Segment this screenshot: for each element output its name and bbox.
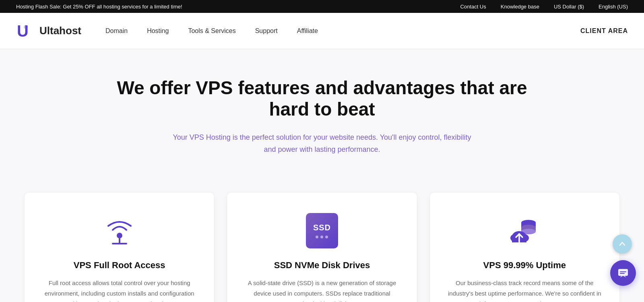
logo-text: Ultahost	[39, 25, 81, 37]
svg-point-2	[117, 233, 122, 238]
top-bar-links: Contact Us Knowledge base US Dollar ($) …	[460, 4, 628, 10]
card-title-ssd: SSD NVMe Disk Drives	[243, 260, 400, 271]
card-desc-uptime: Our business-class track record means so…	[446, 278, 603, 302]
hero-description: Your VPS Hosting is the perfect solution…	[169, 131, 475, 156]
nav-hosting[interactable]: Hosting	[147, 27, 169, 34]
main-navbar: U Ultahost Domain Hosting Tools & Servic…	[0, 13, 644, 49]
nav-tools-services[interactable]: Tools & Services	[188, 27, 235, 34]
nav-menu: Domain Hosting Tools & Services Support …	[105, 27, 580, 35]
svg-text:U: U	[17, 22, 29, 40]
ssd-drive-icon: SSD	[243, 213, 400, 249]
nav-affiliate[interactable]: Affiliate	[297, 27, 318, 34]
currency-link[interactable]: US Dollar ($)	[554, 4, 584, 10]
hero-title: We offer VPS features and advantages tha…	[101, 77, 543, 120]
chat-icon	[617, 267, 629, 279]
contact-link[interactable]: Contact Us	[460, 4, 486, 10]
card-title-vps-root: VPS Full Root Access	[41, 260, 198, 271]
logo-icon: U	[16, 21, 35, 41]
cloud-upload-icon	[446, 213, 603, 249]
wifi-router-icon	[41, 213, 198, 249]
features-section: VPS Full Root Access Full root access al…	[0, 176, 644, 302]
card-title-uptime: VPS 99.99% Uptime	[446, 260, 603, 271]
arrow-up-icon	[618, 240, 627, 248]
knowledge-base-link[interactable]: Knowledge base	[501, 4, 539, 10]
feature-card-ssd-nvme: SSD SSD NVMe Disk Drives A solid-state d…	[227, 192, 417, 302]
top-bar: Hosting Flash Sale: Get 25% OFF all host…	[0, 0, 644, 13]
svg-rect-15	[618, 269, 628, 276]
scroll-to-top-button[interactable]	[613, 234, 632, 254]
svg-point-1	[24, 25, 28, 29]
card-desc-ssd: A solid-state drive (SSD) is a new gener…	[243, 278, 400, 302]
client-area-button[interactable]: CLIENT AREA	[580, 27, 628, 35]
feature-card-uptime: VPS 99.99% Uptime Our business-class tra…	[429, 192, 620, 302]
language-link[interactable]: English (US)	[599, 4, 628, 10]
chat-button[interactable]	[610, 260, 636, 286]
promo-text: Hosting Flash Sale: Get 25% OFF all host…	[16, 4, 460, 10]
nav-domain[interactable]: Domain	[105, 27, 128, 34]
hero-section: We offer VPS features and advantages tha…	[0, 49, 644, 176]
logo[interactable]: U Ultahost	[16, 21, 81, 41]
card-desc-vps-root: Full root access allows total control ov…	[41, 278, 198, 302]
feature-card-vps-root: VPS Full Root Access Full root access al…	[24, 192, 215, 302]
nav-support[interactable]: Support	[255, 27, 278, 34]
